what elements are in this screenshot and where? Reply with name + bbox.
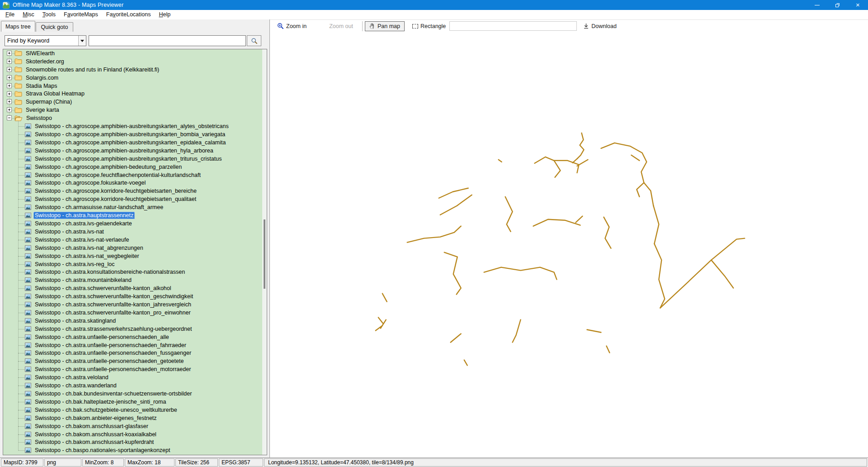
tree-item-layer[interactable]: Swisstopo - ch.astra.wanderland <box>3 381 267 390</box>
tree-scrollbar[interactable] <box>262 49 267 455</box>
tree-item-layer[interactable]: Swisstopo - ch.astra.unfaelle-personensc… <box>3 349 267 357</box>
tree-item-folder[interactable]: Swisstopo <box>3 114 267 122</box>
search-input[interactable] <box>89 35 246 46</box>
tree-item-layer[interactable]: Swisstopo - ch.bakom.anschlussart-koaxia… <box>3 430 267 438</box>
map-viewport[interactable] <box>270 32 868 457</box>
tree-item-layer[interactable]: Swisstopo - ch.astra.unfaelle-personensc… <box>3 341 267 349</box>
tree-item-layer[interactable]: Swisstopo - ch.agroscope.korridore-feuch… <box>3 195 267 203</box>
tree-item-layer[interactable]: Swisstopo - ch.astra.unfaelle-personensc… <box>3 365 267 373</box>
tree-item-folder[interactable]: Skoterleder.org <box>3 57 267 66</box>
expand-icon[interactable] <box>7 99 12 104</box>
tree-item-layer[interactable]: Swisstopo - ch.astra.schwerverunfallte-k… <box>3 309 267 317</box>
layer-icon <box>25 172 31 178</box>
tree-item-layer[interactable]: Swisstopo - ch.astra.schwerverunfallte-k… <box>3 300 267 309</box>
close-button[interactable]: × <box>848 0 868 10</box>
tree-item-folder[interactable]: Solargis.com <box>3 74 267 82</box>
tree-item-layer[interactable]: Swisstopo - ch.bakom.anschlussart-kupfer… <box>3 438 267 447</box>
collapse-icon[interactable] <box>7 115 12 120</box>
tree-item-layer[interactable]: Swisstopo - ch.astra.ivs-nat_abgrenzunge… <box>3 244 267 252</box>
folder-icon <box>14 107 22 113</box>
zoom-out-button[interactable]: Zoom out <box>327 21 355 31</box>
app-window: Offline Map Maker 8.363 - Maps Previewer… <box>0 0 868 467</box>
tree-item-layer[interactable]: Swisstopo - ch.astra.unfaelle-personensc… <box>3 333 267 341</box>
tree-scrollbar-thumb[interactable] <box>264 219 265 288</box>
tree-item-layer[interactable]: Swisstopo - ch.astra.ivs-nat_wegbegleite… <box>3 252 267 260</box>
tree-item-layer[interactable]: Swisstopo - ch.agroscope.amphibien-ausbr… <box>3 147 267 155</box>
folder-icon <box>14 58 22 64</box>
combo-dropdown-button[interactable] <box>78 36 86 46</box>
road-path <box>407 226 461 243</box>
minimize-button[interactable] <box>807 0 827 10</box>
tree-item-folder[interactable]: Stadia Maps <box>3 82 267 90</box>
expand-icon[interactable] <box>7 75 12 80</box>
tree-item-layer[interactable]: Swisstopo - ch.bak.bundesinventar-schuet… <box>3 390 267 398</box>
expand-icon[interactable] <box>7 59 12 64</box>
tab-quick-goto[interactable]: Quick goto <box>36 22 74 32</box>
tree-item-folder[interactable]: Supermap (China) <box>3 98 267 106</box>
expand-icon[interactable] <box>7 83 12 88</box>
tree-item-layer[interactable]: Swisstopo - ch.astra.hauptstrassennetz <box>3 211 267 219</box>
coordinate-input[interactable] <box>449 21 577 31</box>
tree-item-layer[interactable]: Swisstopo - ch.astra.ivs-reg_loc <box>3 260 267 268</box>
tree-item-layer[interactable]: Swisstopo - ch.astra.veloland <box>3 373 267 381</box>
restore-button[interactable] <box>827 0 848 10</box>
tree-item-label: Swisstopo - ch.baspo.nationales-sportanl… <box>33 447 172 454</box>
tree-item-layer[interactable]: Swisstopo - ch.agroscope.korridore-feuch… <box>3 187 267 195</box>
rectangle-button[interactable]: Rectangle <box>410 21 448 31</box>
layer-icon <box>25 213 31 218</box>
tree-item-layer[interactable]: Swisstopo - ch.astra.unfaelle-personensc… <box>3 357 267 365</box>
tree-item-layer[interactable]: Swisstopo - ch.agroscope.amphibien-ausbr… <box>3 130 267 138</box>
tree-item-layer[interactable]: Swisstopo - ch.astra.ivs-gelaendekarte <box>3 219 267 228</box>
zoom-in-button[interactable]: Zoom in <box>275 21 308 31</box>
tree-item-layer[interactable]: Swisstopo - ch.bak.halteplaetze-jenische… <box>3 398 267 406</box>
road-path <box>653 206 659 244</box>
menu-file[interactable]: File <box>1 10 19 19</box>
tree-item-folder[interactable]: Sverige karta <box>3 106 267 114</box>
tree-item-layer[interactable]: Swisstopo - ch.agroscope.feuchtflaechenp… <box>3 171 267 179</box>
tree-item-layer[interactable]: Swisstopo - ch.agroscope.fokuskarte-voeg… <box>3 179 267 187</box>
pan-map-label: Pan map <box>377 23 400 29</box>
menu-favorite-maps[interactable]: FavoriteMaps <box>60 10 102 19</box>
keyword-filter-select[interactable]: Find by Keyword <box>5 35 86 46</box>
expand-icon[interactable] <box>7 51 12 56</box>
download-button[interactable]: Download <box>581 21 618 31</box>
road-path <box>376 318 386 331</box>
search-button[interactable] <box>247 35 261 46</box>
road-path <box>439 188 468 198</box>
tree-item-label: Swisstopo - ch.bakom.anbieter-eigenes_fe… <box>33 415 158 422</box>
tree-item-label: Swisstopo - ch.astra.mountainbikeland <box>33 276 133 284</box>
tree-item-layer[interactable]: Swisstopo - ch.astra.ivs-nat-verlaeufe <box>3 236 267 244</box>
tree-item-layer[interactable]: Swisstopo - ch.astra.mountainbikeland <box>3 276 267 284</box>
tree-item-layer[interactable]: Swisstopo - ch.bak.schutzgebiete-unesco_… <box>3 406 267 414</box>
tree-item-layer[interactable]: Swisstopo - ch.agroscope.amphibien-ausbr… <box>3 138 267 147</box>
tree-item-layer[interactable]: Swisstopo - ch.agroscope.amphibien-bedeu… <box>3 163 267 171</box>
tree-item-layer[interactable]: Swisstopo - ch.astra.skatingland <box>3 317 267 325</box>
expand-icon[interactable] <box>7 67 12 72</box>
menu-favorite-locations[interactable]: FavoriteLocations <box>102 10 155 19</box>
tree-item-folder[interactable]: Snowmobile routes and ruts in Finland (K… <box>3 66 267 74</box>
menu-tools[interactable]: Tools <box>38 10 60 19</box>
tree-item-layer[interactable]: Swisstopo - ch.astra.schwerverunfallte-k… <box>3 292 267 300</box>
menu-misc[interactable]: Misc <box>19 10 38 19</box>
layer-icon <box>25 132 31 137</box>
tree-item-layer[interactable]: Swisstopo - ch.bakom.anbieter-eigenes_fe… <box>3 414 267 422</box>
expand-icon[interactable] <box>7 107 12 112</box>
tree-item-layer[interactable]: Swisstopo - ch.astra.strassenverkehrszae… <box>3 325 267 333</box>
tree-item-folder[interactable]: Strava Global Heatmap <box>3 90 267 98</box>
tree-item-layer[interactable]: Swisstopo - ch.astra.schwerverunfallte-k… <box>3 284 267 292</box>
menu-help[interactable]: Help <box>155 10 175 19</box>
tree-item-layer[interactable]: Swisstopo - ch.astra.ivs-nat <box>3 228 267 236</box>
layer-icon <box>25 245 31 251</box>
tree-item-layer[interactable]: Swisstopo - ch.baspo.nationales-sportanl… <box>3 446 267 454</box>
map-canvas[interactable] <box>270 32 868 457</box>
folder-icon <box>14 99 22 105</box>
tree-item-layer[interactable]: Swisstopo - ch.astra.konsultationsbereic… <box>3 268 267 276</box>
tree-item-layer[interactable]: Swisstopo - ch.bakom.anschlussart-glasfa… <box>3 422 267 430</box>
tree-item-folder[interactable]: SIWEIearth <box>3 49 267 57</box>
tree-item-layer[interactable]: Swisstopo - ch.agroscope.amphibien-ausbr… <box>3 122 267 130</box>
pan-map-button[interactable]: Pan map <box>365 21 405 31</box>
tree-item-layer[interactable]: Swisstopo - ch.armasuisse.natur-landscha… <box>3 203 267 211</box>
tree-item-layer[interactable]: Swisstopo - ch.agroscope.amphibien-ausbr… <box>3 155 267 163</box>
tab-maps-tree[interactable]: Maps tree <box>1 21 35 32</box>
expand-icon[interactable] <box>7 91 12 96</box>
